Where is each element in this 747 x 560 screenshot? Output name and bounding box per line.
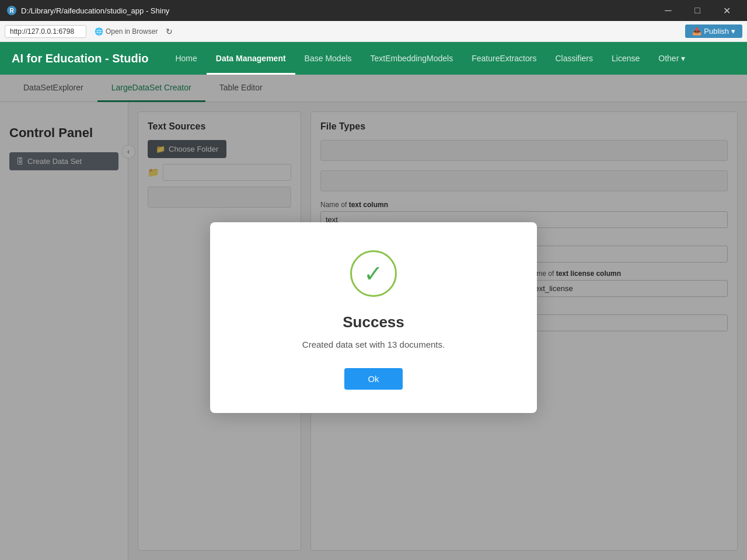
title-bar-text: D:/Library/R/aifeducation/studio_app - S… xyxy=(21,6,169,15)
reload-button[interactable]: ↻ xyxy=(166,27,173,36)
close-button[interactable]: ✕ xyxy=(713,0,740,21)
publish-button[interactable]: 📤 Publish ▾ xyxy=(685,24,742,38)
title-bar: R D:/Library/R/aifeducation/studio_app -… xyxy=(0,0,747,21)
nav-item-data-management[interactable]: Data Management xyxy=(207,42,295,75)
modal-message: Created data set with 13 documents. xyxy=(302,340,445,349)
browser-icon: 🌐 xyxy=(95,27,103,36)
modal-overlay: ✓ Success Created data set with 13 docum… xyxy=(0,75,747,560)
browser-bar-right: 📤 Publish ▾ xyxy=(685,24,742,38)
success-modal: ✓ Success Created data set with 13 docum… xyxy=(210,222,537,413)
publish-icon: 📤 xyxy=(692,27,701,36)
success-check-circle: ✓ xyxy=(350,250,397,297)
modal-ok-button[interactable]: Ok xyxy=(344,368,402,390)
other-dropdown-icon: ▾ xyxy=(681,54,685,63)
publish-dropdown-icon: ▾ xyxy=(731,27,735,36)
title-bar-left: R D:/Library/R/aifeducation/studio_app -… xyxy=(7,6,169,15)
nav-item-license[interactable]: License xyxy=(602,42,649,75)
browser-bar: http://127.0.0.1:6798 🌐 Open in Browser … xyxy=(0,21,747,42)
checkmark-icon: ✓ xyxy=(364,262,383,285)
modal-title: Success xyxy=(343,313,404,331)
nav-bar: AI for Education - Studio Home Data Mana… xyxy=(0,42,747,75)
window-controls: ─ □ ✕ xyxy=(655,0,740,21)
nav-brand: AI for Education - Studio xyxy=(12,52,148,65)
app-icon: R xyxy=(7,6,16,15)
main-area: DataSetExplorer LargeDataSet Creator Tab… xyxy=(0,75,747,560)
minimize-button[interactable]: ─ xyxy=(655,0,682,21)
maximize-button[interactable]: □ xyxy=(684,0,711,21)
nav-item-other[interactable]: Other ▾ xyxy=(649,42,694,75)
open-in-browser-button[interactable]: 🌐 Open in Browser xyxy=(91,26,161,37)
url-display: http://127.0.0.1:6798 xyxy=(5,25,86,38)
nav-item-text-embedding[interactable]: TextEmbeddingModels xyxy=(361,42,463,75)
nav-item-feature-extractors[interactable]: FeatureExtractors xyxy=(462,42,546,75)
nav-item-home[interactable]: Home xyxy=(166,42,206,75)
nav-item-classifiers[interactable]: Classifiers xyxy=(546,42,602,75)
nav-item-base-models[interactable]: Base Models xyxy=(295,42,361,75)
